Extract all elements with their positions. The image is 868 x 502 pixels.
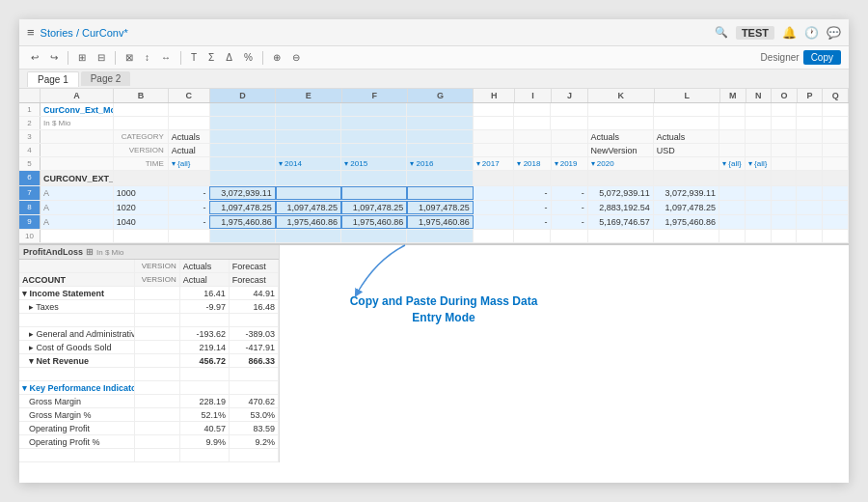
profit-cell-oppct-actual[interactable]: 9.9% [180, 435, 230, 448]
cell-7-j[interactable]: - [552, 186, 588, 200]
delta-button[interactable]: Δ [222, 51, 236, 64]
cell-5-j[interactable]: ▾ 2019 [552, 157, 588, 170]
profit-cell-op-forecast[interactable]: 83.59 [230, 422, 279, 434]
cell-8-h[interactable] [474, 201, 515, 214]
notification-icon[interactable]: 🔔 [782, 26, 797, 40]
cell-8-g[interactable]: 1,097,478.25 [407, 201, 473, 214]
expand-icon[interactable]: ⊞ [86, 247, 94, 257]
cell-5-k[interactable]: ▾ 2020 [588, 157, 654, 170]
cell-7-i[interactable]: - [514, 186, 551, 200]
table-row[interactable]: 9 A 1040 - 1,975,460.86 1,975,460.86 1,9… [19, 215, 849, 230]
chat-icon[interactable]: 💬 [827, 26, 841, 40]
profit-row-oppct[interactable]: Operating Profit % 9.9% 9.2% [19, 435, 279, 449]
profit-cell-gm-forecast[interactable]: 470.62 [230, 395, 279, 407]
profit-row-gae[interactable]: ▸ General and Administrative Expenses -1… [19, 327, 279, 341]
cell-1-a[interactable]: CurConv_Ext_Model [41, 103, 114, 116]
profit-cell-gm-actual[interactable]: 228.19 [180, 395, 230, 407]
profit-cell-taxes-actual[interactable]: -9.97 [180, 300, 230, 313]
profit-cell-kpi-actual [180, 381, 230, 394]
tab-page1[interactable]: Page 1 [27, 71, 79, 87]
cell-5-d[interactable] [210, 157, 276, 170]
percent-button[interactable]: % [240, 51, 257, 64]
profit-cell-gmpct-actual[interactable]: 52.1% [180, 408, 230, 421]
sum-button[interactable]: Σ [204, 51, 218, 64]
search-icon[interactable]: 🔍 [715, 26, 728, 39]
cell-9-i[interactable]: - [514, 215, 551, 229]
tab-page2[interactable]: Page 2 [81, 71, 131, 86]
cell-8-k[interactable]: 2,883,192.54 [588, 201, 654, 214]
cell-8-j[interactable]: - [552, 201, 588, 214]
cell-8-d[interactable]: 1,097,478.25 [209, 201, 275, 214]
cell-8-f[interactable]: 1,097,478.25 [341, 201, 407, 214]
cell-8-c[interactable]: - [169, 201, 210, 214]
profit-cell-gmpct-forecast[interactable]: 53.0% [230, 408, 279, 421]
profit-row-cogs[interactable]: ▸ Cost of Goods Sold 219.14 -417.91 [19, 341, 279, 354]
table-row[interactable]: 8 A 1020 - 1,097,478.25 1,097,478.25 1,0… [19, 201, 849, 215]
cell-9-c[interactable]: - [169, 215, 210, 229]
profit-cell-oppct-forecast[interactable]: 9.2% [230, 435, 279, 448]
cell-5-h[interactable]: ▾ 2017 [474, 157, 515, 170]
expand-button[interactable]: ↔ [157, 51, 175, 64]
cell-7-l[interactable]: 3,072,939.11 [654, 186, 719, 200]
cell-5-g[interactable]: ▾ 2016 [407, 157, 473, 170]
clock-icon[interactable]: 🕐 [804, 26, 819, 40]
profit-cell-income-forecast[interactable]: 44.91 [230, 287, 279, 299]
profit-row-kpi[interactable]: ▾ Key Performance Indicators [19, 381, 279, 395]
profit-cell-op-actual[interactable]: 40.57 [180, 422, 230, 434]
profit-cell-netrev-forecast[interactable]: 866.33 [230, 354, 279, 367]
cell-9-g[interactable]: 1,975,460.86 [407, 215, 473, 229]
profit-cell-cogs-forecast[interactable]: -417.91 [230, 341, 279, 353]
filter-button[interactable]: ⊠ [122, 51, 137, 64]
cell-9-d[interactable]: 1,975,460.86 [209, 215, 275, 229]
cell-7-f[interactable] [341, 186, 407, 200]
cell-5-e[interactable]: ▾ 2014 [276, 157, 341, 170]
zoom-in-button[interactable]: ⊕ [269, 51, 285, 64]
cell-9-k[interactable]: 5,169,746.57 [588, 215, 654, 229]
profit-cell-taxes-forecast[interactable]: 16.48 [230, 300, 279, 313]
profit-row-income[interactable]: ▾ Income Statement 16.41 44.91 [19, 287, 279, 300]
cell-7-h[interactable] [474, 186, 515, 200]
delete-button[interactable]: ⊟ [94, 51, 109, 64]
cell-8-e[interactable]: 1,097,478.25 [276, 201, 341, 214]
profit-cell-gae-forecast[interactable]: -389.03 [230, 327, 279, 340]
profit-cell-cogs-actual[interactable]: 219.14 [180, 341, 230, 353]
cell-9-f[interactable]: 1,975,460.86 [341, 215, 407, 229]
cell-8-i[interactable]: - [514, 201, 551, 214]
cell-9-l[interactable]: 1,975,460.86 [654, 215, 719, 229]
undo-button[interactable]: ↩ [27, 51, 42, 64]
profit-cell-gae-actual[interactable]: -193.62 [180, 327, 230, 340]
profit-cell-income-actual[interactable]: 16.41 [180, 287, 230, 299]
cell-9-j[interactable]: - [552, 215, 588, 229]
breadcrumb-stories[interactable]: Stories [41, 27, 73, 39]
redo-button[interactable]: ↪ [46, 51, 62, 64]
copy-button[interactable]: Copy [803, 50, 841, 65]
cell-7-d[interactable]: 3,072,939.11 [209, 186, 275, 200]
profit-row-grossmargin[interactable]: Gross Margin 228.19 470.62 [19, 395, 279, 408]
format-button[interactable]: T [187, 51, 201, 64]
row-num: 8 [19, 201, 41, 214]
cell-7-k[interactable]: 5,072,939.11 [588, 186, 654, 200]
cell-7-e[interactable] [276, 186, 341, 200]
cell-9-h[interactable] [474, 215, 515, 229]
profit-row-gmpct[interactable]: Gross Margin % 52.1% 53.0% [19, 408, 279, 422]
profit-row-netrev[interactable]: ▾ Net Revenue 456.72 866.33 [19, 354, 279, 368]
profit-row-taxes[interactable]: ▸ Taxes -9.97 16.48 [19, 300, 279, 314]
table-row[interactable]: 7 A 1000 - 3,072,939.11 - - 5,072,939.11… [19, 186, 849, 201]
profit-cell-netrev-actual[interactable]: 456.72 [180, 354, 230, 367]
cell-5-i[interactable]: ▾ 2018 [514, 157, 551, 170]
cell-4-m [719, 144, 746, 156]
cell-9-e[interactable]: 1,975,460.86 [276, 215, 341, 229]
cell-5-n[interactable]: ▾ {all} [746, 157, 772, 170]
cell-8-l[interactable]: 1,097,478.25 [654, 201, 719, 214]
profit-row-opprofit[interactable]: Operating Profit 40.57 83.59 [19, 422, 279, 435]
hamburger-icon[interactable]: ≡ [27, 25, 35, 40]
zoom-out-button[interactable]: ⊖ [288, 51, 304, 64]
cell-1-p [797, 103, 823, 116]
cell-5-m[interactable]: ▾ {all} [719, 157, 746, 170]
insert-button[interactable]: ⊞ [74, 51, 90, 64]
cell-5-f[interactable]: ▾ 2015 [341, 157, 407, 170]
breadcrumb-curconv[interactable]: CurConv* [82, 27, 128, 39]
sort-button[interactable]: ↕ [141, 51, 153, 64]
cell-7-g[interactable] [407, 186, 473, 200]
cell-7-c[interactable]: - [169, 186, 210, 200]
